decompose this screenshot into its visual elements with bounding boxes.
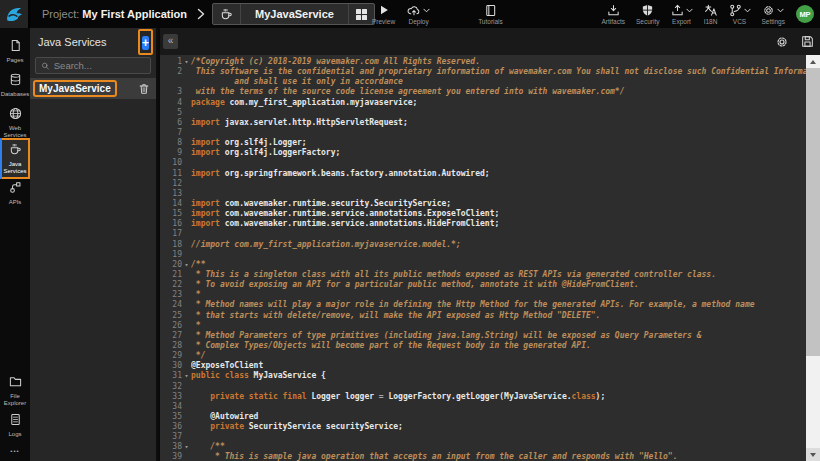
deploy-button[interactable]: Deploy — [407, 0, 430, 28]
scrollbar-thumb[interactable] — [806, 68, 820, 356]
editor-settings-gear-icon[interactable] — [775, 35, 789, 49]
sidebar-item-web-services[interactable]: Web Services — [0, 104, 30, 141]
code-line[interactable]: 33 private static final Logger logger = … — [160, 392, 806, 402]
code-line[interactable]: 12 — [160, 179, 806, 189]
line-number: 12 — [160, 179, 182, 189]
add-java-service-button[interactable]: + — [142, 36, 149, 50]
tab-myjavaservice[interactable]: MyJavaService — [212, 3, 375, 25]
sidebar-item-label: Web Services — [0, 125, 30, 139]
code-line[interactable]: 17 — [160, 229, 806, 239]
code-line[interactable]: 29 */ — [160, 351, 806, 361]
coffee-icon — [9, 143, 22, 156]
settings-label: Settings — [762, 18, 786, 25]
save-icon[interactable] — [801, 35, 814, 48]
fold-arrow-icon[interactable]: ▾ — [182, 442, 191, 452]
sidebar-item-logs[interactable]: Logs — [0, 410, 30, 440]
fold-gutter — [182, 361, 191, 371]
code-line[interactable]: 26 * — [160, 321, 806, 331]
grid-icon[interactable] — [348, 4, 374, 24]
branch-icon — [729, 4, 742, 17]
code-line[interactable]: 38▾ /** — [160, 442, 806, 452]
fold-arrow-icon[interactable]: ▾ — [182, 371, 191, 381]
code-text: * that starts with delete/remove, will m… — [191, 311, 806, 321]
code-line[interactable]: 39 * This is sample java operation that … — [160, 452, 806, 461]
scroll-down-arrow[interactable] — [806, 448, 820, 461]
annotation-box-add-button: + — [138, 29, 153, 55]
code-line[interactable]: 24 * Method names will play a major role… — [160, 300, 806, 310]
fold-arrow-icon[interactable]: ▾ — [182, 57, 191, 67]
code-line[interactable]: 11import org.springframework.beans.facto… — [160, 169, 806, 179]
code-line[interactable]: 30@ExposeToClient — [160, 361, 806, 371]
user-avatar[interactable]: MP — [796, 5, 814, 23]
sidebar-item-apis[interactable]: APIs — [0, 178, 30, 208]
code-line[interactable]: 31▾public class MyJavaService { — [160, 371, 806, 381]
code-line[interactable]: 4package com.my_first_application.myjava… — [160, 98, 806, 108]
line-number: 20 — [160, 260, 182, 270]
fold-arrow-icon[interactable]: ▾ — [182, 260, 191, 270]
code-line[interactable]: 13 — [160, 189, 806, 199]
code-line[interactable]: 18//import com.my_first_application.myja… — [160, 240, 806, 250]
line-number: 14 — [160, 199, 182, 209]
sidebar-item-file-explorer[interactable]: File Explorer — [0, 372, 30, 409]
tutorials-button[interactable]: Tutorials — [478, 0, 503, 28]
code-line[interactable]: 37 — [160, 432, 806, 442]
editor-scrollbar[interactable] — [806, 55, 820, 461]
code-line[interactable]: 6import javax.servlet.http.HttpServletRe… — [160, 118, 806, 128]
code-line[interactable]: and shall use it only in accordance — [160, 77, 806, 87]
service-search[interactable] — [35, 57, 151, 74]
scroll-up-arrow[interactable] — [806, 55, 820, 68]
vcs-label: VCS — [733, 18, 746, 25]
code-line[interactable]: 28 * Complex Types/Objects will become p… — [160, 341, 806, 351]
code-line[interactable]: 2 This software is the confidential and … — [160, 67, 806, 77]
code-line[interactable]: 25 * that starts with delete/remove, wil… — [160, 311, 806, 321]
code-line[interactable]: 20▾/** — [160, 260, 806, 270]
code-line[interactable]: 21 * This is a singleton class with all … — [160, 270, 806, 280]
code-line[interactable]: 34 — [160, 402, 806, 412]
code-line[interactable]: 16import com.wavemaker.runtime.service.a… — [160, 219, 806, 229]
trash-icon[interactable] — [138, 83, 150, 95]
cloud-upload-icon — [407, 4, 421, 17]
collapse-panel-button[interactable]: « — [163, 34, 178, 49]
code-line[interactable]: 1▾/*Copyright (c) 2018-2019 wavemaker.co… — [160, 57, 806, 67]
i18n-button[interactable]: I18N — [704, 0, 718, 28]
code-line[interactable]: 3 with the terms of the source code lice… — [160, 87, 806, 97]
code-line[interactable]: 9import org.slf4j.LoggerFactory; — [160, 148, 806, 158]
code-line[interactable]: 8import org.slf4j.Logger; — [160, 138, 806, 148]
artifacts-button[interactable]: Artifacts — [602, 0, 625, 28]
code-line[interactable]: 5 — [160, 108, 806, 118]
code-text — [191, 158, 806, 168]
code-line[interactable]: 36 private SecurityService securityServi… — [160, 422, 806, 432]
wavemaker-logo[interactable] — [0, 0, 30, 28]
code-line[interactable]: 19 — [160, 250, 806, 260]
code-line[interactable]: 14import com.wavemaker.runtime.security.… — [160, 199, 806, 209]
export-button[interactable]: Export — [671, 0, 693, 28]
code-line[interactable]: 22 * To avoid exposing an API for a part… — [160, 280, 806, 290]
service-list-item[interactable]: MyJavaService — [30, 78, 156, 99]
code-line[interactable]: 7 — [160, 128, 806, 138]
code-text: and shall use it only in accordance — [191, 77, 806, 87]
code-lines[interactable]: 1▾/*Copyright (c) 2018-2019 wavemaker.co… — [160, 55, 806, 461]
sidebar-more-button[interactable]: ••• — [0, 448, 30, 454]
sidebar-item-pages[interactable]: Pages — [0, 36, 30, 66]
code-line[interactable]: 32 — [160, 382, 806, 392]
code-text: private static final Logger logger = Log… — [191, 392, 806, 402]
code-line[interactable]: 27 * Method Parameters of type primitive… — [160, 331, 806, 341]
vcs-button[interactable]: VCS — [729, 0, 751, 28]
fold-gutter — [182, 108, 191, 118]
sidebar-item-databases[interactable]: Databases — [0, 70, 30, 100]
code-line[interactable]: 15import com.wavemaker.runtime.service.a… — [160, 209, 806, 219]
line-number: 15 — [160, 209, 182, 219]
code-line[interactable]: 10 — [160, 158, 806, 168]
java-services-panel: Java Services + MyJavaService — [30, 28, 158, 461]
search-input[interactable] — [54, 60, 145, 71]
sidebar-item-java-services[interactable]: Java Services — [0, 138, 30, 179]
sidebar-item-label: Databases — [0, 91, 30, 98]
security-button[interactable]: Security — [636, 0, 659, 28]
export-label: Export — [672, 18, 691, 25]
code-line[interactable]: 35 @Autowired — [160, 412, 806, 422]
line-number: 30 — [160, 361, 182, 371]
log-file-icon — [9, 413, 22, 426]
settings-button[interactable]: Settings — [762, 0, 786, 28]
preview-button[interactable]: Preview — [372, 0, 395, 28]
code-line[interactable]: 23 * — [160, 290, 806, 300]
